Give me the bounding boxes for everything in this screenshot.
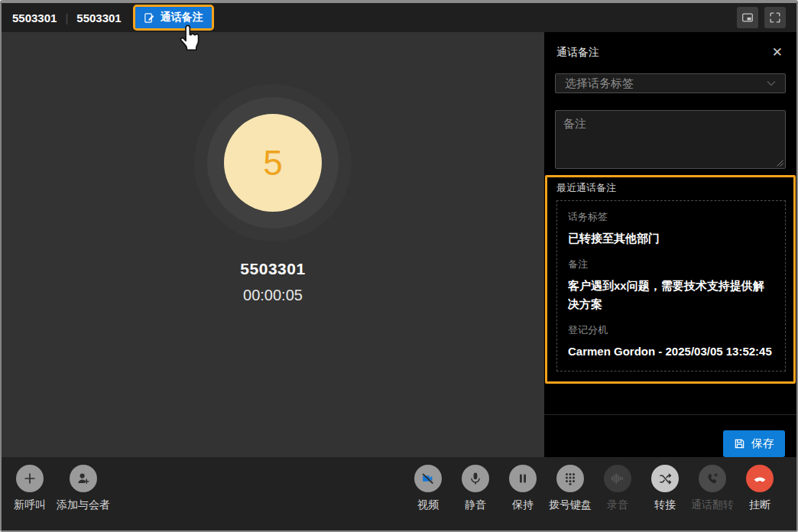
- call-notes-button-highlight: 通话备注: [133, 5, 214, 31]
- phone-flip-icon: [699, 465, 726, 492]
- pause-icon: [509, 465, 537, 492]
- softphone-call-window: 5503301 | 5503301 通话备注: [0, 0, 798, 532]
- hangup-button[interactable]: 挂断: [738, 465, 781, 530]
- recent-notes-section: 最近通话备注 话务标签 已转接至其他部门 备注 客户遇到xx问题，需要技术支持提…: [545, 175, 796, 384]
- note-input-box: [555, 110, 786, 169]
- shuffle-icon: [651, 465, 679, 492]
- panel-header: 通话备注 ✕: [544, 32, 796, 70]
- remote-phone-number: 5503301: [240, 260, 305, 278]
- recent-notes-title: 最近通话备注: [556, 181, 786, 195]
- transfer-button[interactable]: 转接: [644, 465, 686, 530]
- phone-down-icon: [746, 465, 774, 492]
- recent-extension-label: 登记分机: [568, 323, 774, 337]
- add-participant-button[interactable]: 添加与会者: [57, 465, 110, 530]
- fullscreen-icon: [768, 11, 782, 24]
- save-button[interactable]: 保存: [723, 430, 785, 457]
- window-controls: [737, 7, 786, 28]
- call-notes-button-label: 通话备注: [161, 11, 203, 24]
- toolbar-right-group: 视频 静音 保持: [407, 465, 781, 530]
- save-row: 保存: [544, 415, 796, 457]
- resize-grip-icon[interactable]: [777, 160, 783, 167]
- note-textarea[interactable]: [556, 111, 785, 168]
- call-toolbar: 新呼叫 添加与会者 视频 静音: [2, 457, 796, 530]
- recent-note-value: 客户遇到xx问题，需要技术支持提供解决方案: [568, 277, 774, 313]
- save-disk-icon: [734, 438, 745, 449]
- top-bar: 5503301 | 5503301 通话备注: [2, 3, 796, 32]
- toolbar-left-group: 新呼叫 添加与会者: [14, 465, 110, 530]
- picture-in-picture-icon: [741, 11, 754, 24]
- recent-note-card: 话务标签 已转接至其他部门 备注 客户遇到xx问题，需要技术支持提供解决方案 登…: [556, 200, 786, 371]
- video-off-icon: [414, 465, 442, 492]
- call-notes-button[interactable]: 通话备注: [135, 7, 212, 28]
- call-duration: 00:00:05: [243, 287, 303, 304]
- call-notes-panel: 通话备注 ✕ 选择话务标签 最近通话备注 话务标签 已转接至其他部门: [544, 32, 796, 457]
- save-button-label: 保存: [751, 436, 774, 451]
- new-call-button[interactable]: 新呼叫: [14, 465, 46, 530]
- avatar-outer-ring: 5: [194, 84, 352, 242]
- callee-number: 5503301: [76, 11, 121, 24]
- chevron-down-icon: [767, 80, 776, 86]
- plus-icon: [16, 465, 44, 492]
- note-edit-icon: [144, 12, 155, 24]
- recent-tag-value: 已转接至其他部门: [568, 229, 774, 247]
- close-icon[interactable]: ✕: [770, 44, 784, 60]
- call-stage: 5 5503301 00:00:05: [2, 32, 544, 457]
- number-separator: |: [65, 11, 68, 24]
- dialpad-button[interactable]: 拨号键盘: [549, 465, 592, 530]
- keypad-icon: [556, 465, 584, 492]
- caller-number: 5503301: [12, 11, 57, 24]
- fullscreen-button[interactable]: [764, 7, 786, 28]
- call-flip-button: 通话翻转: [691, 465, 734, 530]
- record-button: 录音: [596, 465, 639, 530]
- avatar-ring: 5: [207, 97, 339, 229]
- content-area: 5 5503301 00:00:05 通话备注 ✕ 选择话务标签: [2, 32, 796, 457]
- avatar: 5: [224, 114, 322, 212]
- panel-title: 通话备注: [556, 46, 599, 60]
- person-plus-icon: [70, 465, 97, 492]
- hold-button[interactable]: 保持: [501, 465, 544, 530]
- mute-button[interactable]: 静音: [454, 465, 497, 530]
- recent-note-label: 备注: [568, 258, 774, 271]
- call-tag-select[interactable]: 选择话务标签: [555, 73, 786, 93]
- picture-in-picture-button[interactable]: [737, 7, 758, 28]
- call-tag-select-placeholder: 选择话务标签: [565, 76, 634, 91]
- microphone-icon: [462, 465, 489, 492]
- waveform-icon: [604, 465, 631, 492]
- recent-extension-value: Carmen Gordon - 2025/03/05 13:52:45: [568, 342, 774, 360]
- recent-tag-label: 话务标签: [568, 210, 774, 224]
- video-button[interactable]: 视频: [407, 465, 449, 530]
